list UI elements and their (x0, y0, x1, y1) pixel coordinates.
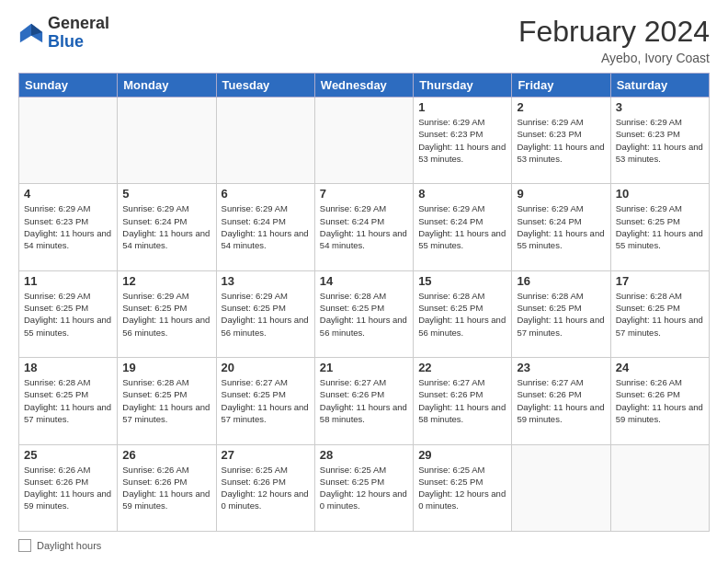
calendar-cell: 25Sunrise: 6:26 AM Sunset: 6:26 PM Dayli… (19, 444, 118, 531)
day-info: Sunrise: 6:29 AM Sunset: 6:25 PM Dayligh… (122, 290, 210, 339)
day-number: 19 (122, 361, 210, 374)
day-info: Sunrise: 6:29 AM Sunset: 6:25 PM Dayligh… (24, 290, 112, 339)
calendar-cell (512, 444, 610, 531)
day-number: 26 (122, 448, 210, 462)
day-info: Sunrise: 6:25 AM Sunset: 6:25 PM Dayligh… (320, 464, 408, 512)
calendar-cell: 24Sunrise: 6:26 AM Sunset: 6:26 PM Dayli… (610, 358, 709, 444)
calendar-cell: 4Sunrise: 6:29 AM Sunset: 6:23 PM Daylig… (19, 184, 118, 270)
calendar-cell: 27Sunrise: 6:25 AM Sunset: 6:26 PM Dayli… (216, 444, 314, 531)
calendar-cell: 10Sunrise: 6:29 AM Sunset: 6:25 PM Dayli… (610, 184, 709, 270)
calendar-cell: 11Sunrise: 6:29 AM Sunset: 6:25 PM Dayli… (19, 270, 118, 357)
calendar-cell: 26Sunrise: 6:26 AM Sunset: 6:26 PM Dayli… (118, 444, 216, 531)
calendar-table: SundayMondayTuesdayWednesdayThursdayFrid… (18, 73, 710, 532)
day-info: Sunrise: 6:29 AM Sunset: 6:25 PM Dayligh… (222, 290, 310, 339)
month-title: February 2024 (518, 15, 710, 49)
day-number: 17 (616, 274, 704, 288)
day-number: 28 (320, 448, 408, 462)
calendar-cell: 5Sunrise: 6:29 AM Sunset: 6:24 PM Daylig… (118, 184, 216, 270)
day-number: 10 (616, 187, 704, 201)
day-number: 12 (122, 274, 210, 288)
calendar-cell: 17Sunrise: 6:28 AM Sunset: 6:25 PM Dayli… (610, 270, 709, 357)
calendar-week-0: 1Sunrise: 6:29 AM Sunset: 6:23 PM Daylig… (19, 98, 710, 184)
column-header-sunday: Sunday (19, 74, 118, 98)
day-number: 7 (320, 187, 408, 201)
day-number: 21 (320, 361, 408, 374)
calendar-cell: 23Sunrise: 6:27 AM Sunset: 6:26 PM Dayli… (512, 358, 610, 444)
day-number: 14 (320, 274, 408, 288)
day-number: 4 (24, 187, 112, 201)
day-info: Sunrise: 6:29 AM Sunset: 6:23 PM Dayligh… (418, 116, 506, 165)
day-number: 27 (222, 448, 310, 462)
column-header-monday: Monday (118, 74, 216, 98)
day-info: Sunrise: 6:29 AM Sunset: 6:23 PM Dayligh… (24, 202, 112, 251)
calendar-cell: 14Sunrise: 6:28 AM Sunset: 6:25 PM Dayli… (314, 270, 413, 357)
day-info: Sunrise: 6:26 AM Sunset: 6:26 PM Dayligh… (616, 376, 704, 425)
calendar-cell (216, 98, 314, 184)
day-info: Sunrise: 6:29 AM Sunset: 6:25 PM Dayligh… (616, 202, 704, 251)
day-number: 25 (24, 448, 112, 462)
day-number: 8 (418, 187, 506, 201)
page-header: General Blue February 2024 Ayebo, Ivory … (18, 15, 710, 65)
day-info: Sunrise: 6:29 AM Sunset: 6:24 PM Dayligh… (122, 202, 210, 251)
day-info: Sunrise: 6:29 AM Sunset: 6:24 PM Dayligh… (517, 202, 605, 251)
footer: Daylight hours (18, 539, 710, 552)
day-info: Sunrise: 6:28 AM Sunset: 6:25 PM Dayligh… (616, 290, 704, 339)
day-info: Sunrise: 6:26 AM Sunset: 6:26 PM Dayligh… (24, 464, 112, 512)
column-header-tuesday: Tuesday (216, 74, 314, 98)
calendar-cell: 21Sunrise: 6:27 AM Sunset: 6:26 PM Dayli… (314, 358, 413, 444)
title-block: February 2024 Ayebo, Ivory Coast (518, 15, 710, 65)
calendar-cell: 2Sunrise: 6:29 AM Sunset: 6:23 PM Daylig… (512, 98, 610, 184)
calendar-week-4: 25Sunrise: 6:26 AM Sunset: 6:26 PM Dayli… (19, 444, 710, 531)
day-number: 1 (418, 100, 506, 114)
day-info: Sunrise: 6:29 AM Sunset: 6:24 PM Dayligh… (320, 202, 408, 251)
logo-icon (18, 20, 44, 46)
day-number: 5 (122, 187, 210, 201)
calendar-cell: 28Sunrise: 6:25 AM Sunset: 6:25 PM Dayli… (314, 444, 413, 531)
calendar-cell: 12Sunrise: 6:29 AM Sunset: 6:25 PM Dayli… (118, 270, 216, 357)
calendar-cell (118, 98, 216, 184)
calendar-cell (610, 444, 709, 531)
day-info: Sunrise: 6:29 AM Sunset: 6:24 PM Dayligh… (222, 202, 310, 251)
calendar-cell: 19Sunrise: 6:28 AM Sunset: 6:25 PM Dayli… (118, 358, 216, 444)
day-number: 15 (418, 274, 506, 288)
calendar-cell: 7Sunrise: 6:29 AM Sunset: 6:24 PM Daylig… (314, 184, 413, 270)
day-number: 9 (517, 187, 605, 201)
calendar-week-1: 4Sunrise: 6:29 AM Sunset: 6:23 PM Daylig… (19, 184, 710, 270)
footer-box (18, 539, 31, 552)
column-header-thursday: Thursday (414, 74, 512, 98)
day-number: 18 (24, 361, 112, 374)
calendar-cell: 20Sunrise: 6:27 AM Sunset: 6:25 PM Dayli… (216, 358, 314, 444)
day-info: Sunrise: 6:27 AM Sunset: 6:25 PM Dayligh… (222, 376, 310, 425)
day-number: 20 (222, 361, 310, 374)
day-info: Sunrise: 6:28 AM Sunset: 6:25 PM Dayligh… (122, 376, 210, 425)
day-number: 11 (24, 274, 112, 288)
day-info: Sunrise: 6:25 AM Sunset: 6:26 PM Dayligh… (222, 464, 310, 512)
day-number: 13 (222, 274, 310, 288)
calendar-week-2: 11Sunrise: 6:29 AM Sunset: 6:25 PM Dayli… (19, 270, 710, 357)
calendar-header-row: SundayMondayTuesdayWednesdayThursdayFrid… (19, 74, 710, 98)
calendar-cell: 15Sunrise: 6:28 AM Sunset: 6:25 PM Dayli… (414, 270, 512, 357)
day-number: 23 (517, 361, 605, 374)
day-number: 6 (222, 187, 310, 201)
calendar-cell: 1Sunrise: 6:29 AM Sunset: 6:23 PM Daylig… (414, 98, 512, 184)
day-info: Sunrise: 6:27 AM Sunset: 6:26 PM Dayligh… (320, 376, 408, 425)
calendar-cell: 3Sunrise: 6:29 AM Sunset: 6:23 PM Daylig… (610, 98, 709, 184)
location-subtitle: Ayebo, Ivory Coast (518, 51, 710, 65)
day-info: Sunrise: 6:29 AM Sunset: 6:24 PM Dayligh… (418, 202, 506, 251)
day-info: Sunrise: 6:29 AM Sunset: 6:23 PM Dayligh… (517, 116, 605, 165)
day-number: 29 (418, 448, 506, 462)
column-header-friday: Friday (512, 74, 610, 98)
day-number: 22 (418, 361, 506, 374)
logo-text-blue: Blue (48, 32, 84, 51)
calendar-cell (19, 98, 118, 184)
day-info: Sunrise: 6:25 AM Sunset: 6:25 PM Dayligh… (418, 464, 506, 512)
calendar-cell: 8Sunrise: 6:29 AM Sunset: 6:24 PM Daylig… (414, 184, 512, 270)
day-info: Sunrise: 6:27 AM Sunset: 6:26 PM Dayligh… (517, 376, 605, 425)
day-info: Sunrise: 6:28 AM Sunset: 6:25 PM Dayligh… (24, 376, 112, 425)
logo: General Blue (18, 15, 109, 52)
calendar-cell: 18Sunrise: 6:28 AM Sunset: 6:25 PM Dayli… (19, 358, 118, 444)
calendar-cell: 22Sunrise: 6:27 AM Sunset: 6:26 PM Dayli… (414, 358, 512, 444)
logo-text-general: General (48, 14, 109, 32)
day-info: Sunrise: 6:27 AM Sunset: 6:26 PM Dayligh… (418, 376, 506, 425)
footer-label: Daylight hours (37, 540, 101, 551)
